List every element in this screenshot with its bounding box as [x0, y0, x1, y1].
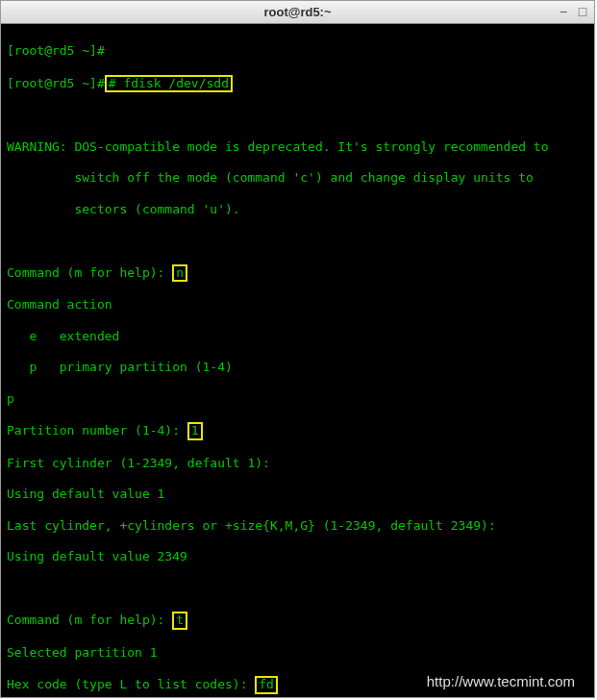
- default-1: Using default value 1: [7, 487, 588, 502]
- window-controls: − □: [556, 4, 590, 19]
- shell-prompt: [root@rd5 ~]#: [7, 76, 105, 90]
- warning-line-1: WARNING: DOS-compatible mode is deprecat…: [7, 139, 588, 155]
- input-n: n: [172, 264, 187, 282]
- cmd-fdisk: # fdisk /dev/sdd: [105, 75, 233, 92]
- input-1: 1: [187, 422, 203, 439]
- watermark: http://www.tecmint.com: [427, 673, 575, 691]
- last-cylinder: Last cylinder, +cylinders or +size{K,M,G…: [7, 518, 588, 534]
- titlebar[interactable]: root@rd5:~ − □: [1, 1, 594, 24]
- cmd-prompt: Command (m for help):: [7, 612, 172, 627]
- action-primary: p primary partition (1-4): [7, 360, 588, 375]
- selected-partition: Selected partition 1: [7, 645, 588, 661]
- hex-prompt: Hex code (type L to list codes):: [7, 677, 255, 691]
- terminal-body[interactable]: [root@rd5 ~]# [root@rd5 ~]## fdisk /dev/…: [1, 24, 594, 697]
- terminal-window: root@rd5:~ − □ [root@rd5 ~]# [root@rd5 ~…: [0, 0, 595, 698]
- warning-line-2: switch off the mode (command 'c') and ch…: [7, 170, 588, 186]
- window-title: root@rd5:~: [263, 5, 331, 19]
- shell-prompt: [root@rd5 ~]#: [7, 43, 105, 58]
- cmd-prompt: Command (m for help):: [7, 265, 172, 280]
- warning-line-3: sectors (command 'u').: [7, 202, 588, 217]
- partnum-prompt: Partition number (1-4):: [7, 423, 187, 438]
- default-2349: Using default value 2349: [7, 549, 588, 564]
- first-cylinder: First cylinder (1-2349, default 1):: [7, 456, 588, 471]
- cmd-action: Command action: [7, 297, 588, 312]
- input-fd: fd: [255, 676, 278, 693]
- minimize-button[interactable]: −: [556, 4, 571, 19]
- input-t: t: [172, 612, 187, 629]
- input-p: p: [7, 391, 588, 407]
- action-extended: e extended: [7, 329, 588, 344]
- maximize-button[interactable]: □: [575, 4, 590, 19]
